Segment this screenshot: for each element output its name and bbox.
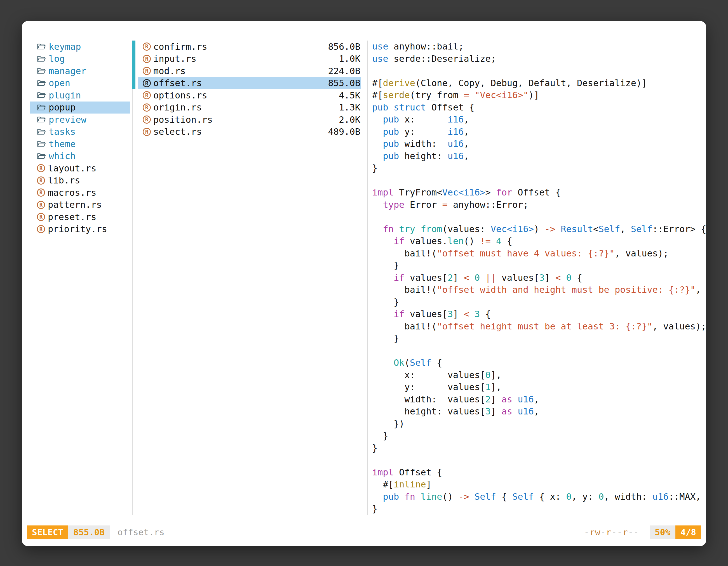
code-line: } — [372, 332, 706, 345]
code-line: pub struct Offset { — [372, 102, 706, 114]
code-line: #[derive(Clone, Copy, Debug, Default, De… — [372, 77, 706, 90]
sidebar-item-label: tasks — [49, 126, 76, 137]
file-row-origin.rs[interactable]: Rorigin.rs1.3K — [138, 102, 361, 114]
rust-file-icon: R — [143, 104, 151, 112]
code-line: } — [372, 503, 706, 515]
file-row-options.rs[interactable]: Roptions.rs4.5K — [138, 89, 361, 102]
scrollbar-thumb[interactable] — [132, 41, 135, 89]
code-line: }) — [372, 418, 706, 430]
file-row-select.rs[interactable]: Rselect.rs489.0B — [138, 126, 361, 138]
file-size: 224.0B — [328, 66, 360, 76]
rust-file-icon: R — [37, 213, 45, 221]
sidebar-item-pattern.rs[interactable]: Rpattern.rs — [30, 199, 130, 211]
code-line: width: values[2] as u16, — [372, 393, 706, 406]
sidebar-item-preset.rs[interactable]: Rpreset.rs — [30, 211, 130, 223]
sidebar-item-label: log — [49, 53, 65, 64]
sidebar-item-label: manager — [49, 66, 86, 76]
sidebar-item-macros.rs[interactable]: Rmacros.rs — [30, 187, 130, 199]
sidebar-item-layout.rs[interactable]: Rlayout.rs — [30, 162, 130, 175]
rust-file-icon: R — [143, 55, 151, 63]
sidebar-item-preview[interactable]: preview — [30, 114, 130, 126]
file-size-chip: 855.0B — [68, 525, 110, 539]
sidebar-item-open[interactable]: open — [30, 77, 130, 90]
folder-icon — [37, 79, 46, 87]
code-line: } — [372, 260, 706, 272]
code-line — [372, 175, 706, 187]
preview-pane: use anyhow::bail;use serde::Deserialize;… — [367, 41, 706, 515]
cursor-position-badge: 4/8 — [675, 525, 701, 539]
sidebar-item-label: theme — [49, 139, 76, 149]
file-row-mod.rs[interactable]: Rmod.rs224.0B — [138, 65, 361, 77]
code-line — [372, 454, 706, 466]
folder-icon — [37, 67, 46, 75]
code-line: pub y: i16, — [372, 126, 706, 138]
rust-file-icon: R — [143, 128, 151, 136]
rust-file-icon: R — [37, 225, 45, 233]
sidebar-item-label: lib.rs — [48, 175, 80, 186]
file-row-confirm.rs[interactable]: Rconfirm.rs856.0B — [138, 41, 361, 53]
sidebar-item-popup[interactable]: popup — [30, 102, 130, 114]
file-name: origin.rs — [153, 102, 202, 113]
code-line: } — [372, 442, 706, 454]
code-line: if values.len() != 4 { — [372, 235, 706, 248]
rust-file-icon: R — [143, 79, 151, 87]
folder-icon — [37, 152, 46, 160]
file-manager-window: keymap log manager open plugin popup pre… — [22, 21, 706, 546]
sidebar-item-priority.rs[interactable]: Rpriority.rs — [30, 223, 130, 236]
file-name: offset.rs — [153, 78, 202, 88]
code-line: if values[3] < 3 { — [372, 308, 706, 320]
sidebar-item-keymap[interactable]: keymap — [30, 41, 130, 53]
current-pane: Rconfirm.rs856.0BRinput.rs1.0KRmod.rs224… — [132, 41, 367, 515]
code-line: #[serde(try_from = "Vec<i16>")] — [372, 89, 706, 102]
sidebar-item-label: layout.rs — [48, 163, 96, 174]
code-line: } — [372, 430, 706, 442]
code-line: type Error = anyhow::Error; — [372, 199, 706, 211]
sidebar-item-label: popup — [49, 102, 76, 113]
folder-icon — [37, 128, 46, 136]
folder-icon — [37, 104, 46, 111]
sidebar-item-tasks[interactable]: tasks — [30, 126, 130, 138]
rust-file-icon: R — [37, 189, 45, 197]
sidebar-item-label: open — [49, 78, 70, 88]
file-row-input.rs[interactable]: Rinput.rs1.0K — [138, 53, 361, 65]
rust-file-icon: R — [37, 177, 45, 185]
sidebar-item-label: preset.rs — [48, 212, 96, 222]
sidebar-item-label: which — [49, 151, 76, 161]
file-row-position.rs[interactable]: Rposition.rs2.0K — [138, 114, 361, 126]
rust-file-icon: R — [143, 116, 151, 124]
file-name: position.rs — [153, 114, 213, 125]
sidebar-item-log[interactable]: log — [30, 53, 130, 65]
code-preview: use anyhow::bail;use serde::Deserialize;… — [368, 41, 706, 515]
sidebar-item-plugin[interactable]: plugin — [30, 89, 130, 102]
code-line — [372, 65, 706, 77]
file-name: input.rs — [153, 53, 196, 64]
folder-icon — [37, 43, 46, 50]
code-line: bail!("offset must have 4 values: {:?}",… — [372, 248, 706, 260]
code-line: x: values[0], — [372, 369, 706, 381]
code-line: pub x: i16, — [372, 114, 706, 126]
file-size: 855.0B — [328, 78, 360, 88]
permissions: -rw-r--r-- — [584, 527, 639, 537]
sidebar-item-theme[interactable]: theme — [30, 138, 130, 150]
folder-icon — [37, 55, 46, 63]
folder-icon — [37, 116, 46, 123]
rust-file-icon: R — [37, 201, 45, 209]
file-name: select.rs — [153, 126, 202, 137]
code-line: Ok(Self { — [372, 357, 706, 369]
scroll-percent-chip: 50% — [650, 525, 675, 539]
sidebar-item-which[interactable]: which — [30, 150, 130, 163]
sidebar-item-label: plugin — [49, 90, 81, 101]
sidebar-item-label: macros.rs — [48, 187, 96, 198]
sidebar-item-manager[interactable]: manager — [30, 65, 130, 77]
file-row-offset.rs[interactable]: Roffset.rs855.0B — [138, 77, 361, 90]
code-line: impl TryFrom<Vec<i16>> for Offset { — [372, 187, 706, 199]
sidebar-item-label: preview — [49, 114, 86, 125]
status-bar: SELECT 855.0B offset.rs -rw-r--r-- 50% 4… — [27, 525, 701, 539]
code-line: bail!("offset width and height must be p… — [372, 284, 706, 296]
file-size: 2.0K — [339, 114, 360, 125]
rust-file-icon: R — [143, 43, 151, 51]
code-line: } — [372, 162, 706, 175]
sidebar-item-lib.rs[interactable]: Rlib.rs — [30, 175, 130, 187]
folder-icon — [37, 140, 46, 148]
file-size: 856.0B — [328, 41, 360, 52]
